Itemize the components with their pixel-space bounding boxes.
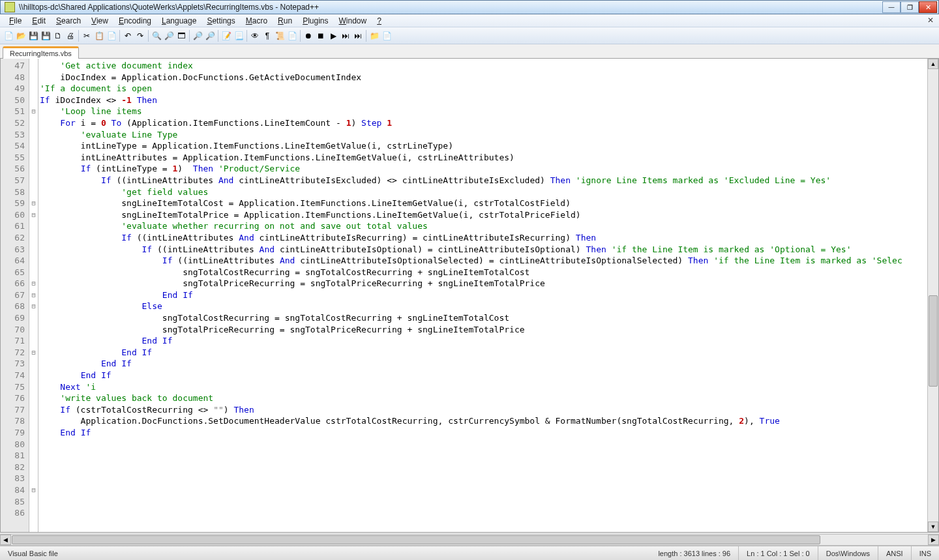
app-icon	[5, 2, 15, 12]
toolbar-button[interactable]: ↶	[122, 30, 134, 42]
fold-marker	[29, 129, 38, 141]
toolbar-button[interactable]: 📄	[3, 30, 14, 42]
status-language: Visual Basic file	[0, 546, 66, 560]
close-button[interactable]	[919, 1, 937, 13]
fold-marker	[29, 72, 38, 83]
fold-marker	[29, 175, 38, 186]
document-close-icon[interactable]: ✕	[927, 16, 934, 25]
menu-macro[interactable]: Macro	[241, 15, 273, 27]
menu-edit[interactable]: Edit	[27, 15, 51, 27]
fold-marker	[29, 267, 38, 278]
horizontal-scroll-track[interactable]	[11, 535, 928, 545]
menu-search[interactable]: Search	[51, 15, 86, 27]
toolbar-button[interactable]: 🔎	[163, 30, 175, 42]
scroll-up-arrow-icon[interactable]: ▲	[928, 59, 938, 69]
toolbar-button[interactable]: 📜	[274, 30, 286, 42]
maximize-button[interactable]	[901, 1, 919, 13]
fold-marker	[29, 496, 38, 508]
toolbar-button[interactable]: 📄	[381, 30, 393, 42]
menu-encoding[interactable]: Encoding	[113, 15, 156, 27]
fold-marker	[29, 439, 38, 450]
fold-marker	[29, 186, 38, 198]
fold-marker	[29, 312, 38, 324]
fold-marker	[29, 381, 38, 393]
fold-marker[interactable]: ⊟	[29, 198, 38, 209]
toolbar-button[interactable]: ↷	[134, 30, 146, 42]
vertical-scrollbar[interactable]: ▲ ▼	[927, 59, 938, 532]
scroll-down-arrow-icon[interactable]: ▼	[928, 522, 938, 532]
fold-marker	[29, 244, 38, 256]
scroll-left-arrow-icon[interactable]: ◀	[0, 535, 11, 545]
toolbar-button[interactable]: ⏭	[340, 30, 351, 42]
fold-marker	[29, 335, 38, 347]
fold-marker	[29, 358, 38, 370]
menu-plugins[interactable]: Plugins	[297, 15, 333, 27]
editor[interactable]: 4748495051525354555657585960616263646566…	[0, 59, 939, 533]
status-insert-mode: INS	[912, 546, 939, 560]
horizontal-scrollbar[interactable]: ◀ ▶	[0, 534, 939, 546]
toolbar-button[interactable]: ¶	[261, 30, 273, 42]
toolbar: 📄📂💾💾🗋🖨✂📋📄↶↷🔍🔎🗖🔎🔎📝📃👁¶📜📄⏺⏹▶⏭⏭📁📄	[0, 27, 939, 44]
toolbar-button[interactable]: 📋	[93, 30, 105, 42]
toolbar-button[interactable]: 🔎	[204, 30, 216, 42]
code-area[interactable]: 'Get active document index iDocIndex = A…	[38, 59, 927, 532]
fold-marker[interactable]: ⊟	[29, 209, 38, 221]
vertical-scroll-thumb[interactable]	[929, 295, 938, 387]
fold-column[interactable]: ⊟⊟⊟⊟⊟⊟⊟⊟	[29, 59, 38, 532]
toolbar-button[interactable]: 🔎	[192, 30, 203, 42]
menu-bar: FileEditSearchViewEncodingLanguageSettin…	[0, 14, 939, 27]
menu-language[interactable]: Language	[156, 15, 201, 27]
toolbar-button[interactable]: 📄	[286, 30, 298, 42]
fold-marker[interactable]: ⊟	[29, 106, 38, 117]
fold-marker	[29, 255, 38, 267]
toolbar-button[interactable]: 📁	[368, 30, 380, 42]
menu-[interactable]: ?	[372, 15, 387, 27]
toolbar-button[interactable]: ⏭	[352, 30, 364, 42]
toolbar-button[interactable]: ▶	[327, 30, 339, 42]
window-controls	[882, 1, 937, 13]
fold-marker[interactable]: ⊟	[29, 278, 38, 289]
fold-marker	[29, 370, 38, 381]
fold-marker	[29, 60, 38, 72]
fold-marker	[29, 415, 38, 427]
toolbar-button[interactable]: 📝	[220, 30, 232, 42]
toolbar-button[interactable]: 🔍	[151, 30, 162, 42]
horizontal-scroll-thumb[interactable]	[12, 535, 820, 544]
fold-marker[interactable]: ⊟	[29, 347, 38, 359]
line-number-gutter: 4748495051525354555657585960616263646566…	[1, 59, 29, 532]
scroll-right-arrow-icon[interactable]: ▶	[928, 535, 939, 545]
fold-marker[interactable]: ⊟	[29, 484, 38, 496]
fold-marker	[29, 117, 38, 129]
fold-marker	[29, 392, 38, 404]
menu-settings[interactable]: Settings	[201, 15, 240, 27]
menu-window[interactable]: Window	[334, 15, 372, 27]
fold-marker	[29, 163, 38, 175]
minimize-button[interactable]	[882, 1, 901, 13]
toolbar-button[interactable]: 🗋	[52, 30, 64, 42]
tab-active[interactable]: RecurringItems.vbs	[3, 46, 79, 59]
window-title: \\hilltops-dc\Shared Applications\QuoteW…	[18, 3, 882, 12]
fold-marker	[29, 462, 38, 473]
menu-file[interactable]: File	[4, 15, 27, 27]
menu-run[interactable]: Run	[273, 15, 297, 27]
toolbar-button[interactable]: 📄	[106, 30, 117, 42]
toolbar-button[interactable]: 💾	[27, 30, 39, 42]
fold-marker	[29, 152, 38, 164]
toolbar-button[interactable]: 📃	[233, 30, 245, 42]
toolbar-button[interactable]: 🖨	[65, 30, 76, 42]
fold-marker[interactable]: ⊟	[29, 301, 38, 312]
fold-marker	[29, 473, 38, 484]
menu-view[interactable]: View	[86, 15, 113, 27]
toolbar-button[interactable]: ⏹	[315, 30, 327, 42]
fold-marker	[29, 427, 38, 439]
fold-marker	[29, 220, 38, 232]
toolbar-button[interactable]: 🗖	[175, 30, 187, 42]
fold-marker[interactable]: ⊟	[29, 289, 38, 301]
toolbar-button[interactable]: 📂	[15, 30, 27, 42]
toolbar-button[interactable]: 💾	[40, 30, 52, 42]
fold-marker	[29, 95, 38, 106]
toolbar-button[interactable]: ⏺	[303, 30, 314, 42]
toolbar-button[interactable]: 👁	[249, 30, 261, 42]
toolbar-button[interactable]: ✂	[81, 30, 93, 42]
tab-bar: RecurringItems.vbs	[0, 44, 939, 59]
